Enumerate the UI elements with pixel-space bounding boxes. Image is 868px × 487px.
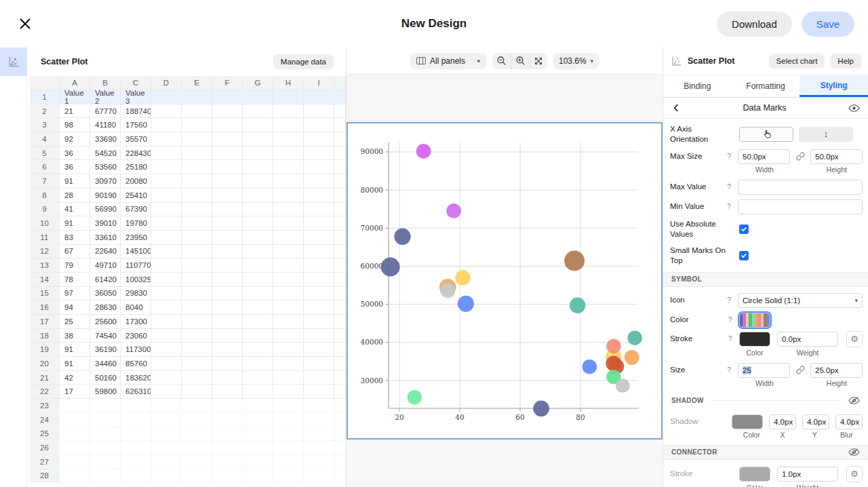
cell[interactable] (273, 216, 304, 231)
cell[interactable] (212, 329, 243, 343)
cell[interactable]: 97 (60, 287, 90, 301)
cell[interactable] (304, 343, 334, 357)
zoom-in-button[interactable] (511, 53, 529, 69)
cell[interactable] (243, 273, 273, 287)
column-header-F[interactable]: F (212, 76, 243, 90)
cell[interactable]: 33610 (90, 231, 121, 245)
cell[interactable] (151, 343, 182, 357)
cell[interactable] (182, 427, 212, 442)
corner-cell[interactable] (30, 76, 60, 90)
cell[interactable] (304, 118, 334, 132)
cell[interactable] (151, 413, 182, 427)
row-header-19[interactable]: 19 (30, 343, 60, 357)
cell[interactable]: 1003250 (121, 273, 151, 287)
cell[interactable] (212, 399, 243, 413)
cell[interactable] (182, 315, 212, 329)
cell[interactable] (151, 147, 182, 161)
scatter-mark[interactable] (408, 390, 422, 404)
cell[interactable] (243, 203, 273, 217)
cell[interactable] (212, 189, 243, 203)
cell[interactable] (304, 258, 334, 273)
stroke-settings-button[interactable]: ⚙ (846, 331, 863, 347)
cell[interactable] (60, 427, 90, 442)
cell[interactable] (182, 273, 212, 287)
cell[interactable] (243, 399, 273, 413)
cell[interactable] (90, 441, 121, 455)
help-icon[interactable]: ? (727, 296, 738, 304)
scatter-mark[interactable] (394, 229, 410, 245)
cell[interactable]: 34460 (90, 357, 121, 371)
cell[interactable] (151, 357, 182, 371)
cell[interactable] (212, 343, 243, 357)
cell[interactable] (151, 231, 182, 245)
cell[interactable] (243, 413, 273, 427)
cell[interactable]: 36 (60, 147, 90, 161)
cell[interactable] (273, 231, 304, 245)
cell[interactable] (182, 189, 212, 203)
cell[interactable]: 98 (60, 118, 90, 132)
cell[interactable] (273, 329, 304, 343)
row-header-20[interactable]: 20 (30, 357, 60, 371)
cell[interactable] (151, 315, 182, 329)
cell[interactable] (243, 455, 273, 469)
cell[interactable] (182, 287, 212, 301)
cell[interactable]: 91 (60, 216, 90, 231)
cell[interactable] (273, 399, 304, 413)
cell[interactable] (273, 469, 304, 484)
cell[interactable] (90, 427, 121, 442)
cell[interactable] (334, 104, 346, 119)
cell[interactable] (334, 343, 346, 357)
cell[interactable] (334, 245, 346, 259)
icon-select[interactable]: Circle Solid (1:1) ▾ (738, 293, 863, 308)
use-absolute-values-checkbox[interactable] (739, 225, 749, 234)
save-button[interactable]: Save (802, 12, 854, 37)
x-orientation-vertical-button[interactable]: ↕ (799, 127, 853, 142)
link-icon[interactable] (790, 366, 810, 374)
cell[interactable] (334, 216, 346, 231)
cell[interactable] (182, 385, 212, 399)
x-orientation-horizontal-button[interactable] (739, 127, 793, 142)
cell[interactable] (243, 245, 273, 259)
row-header-23[interactable]: 23 (30, 399, 60, 413)
cell[interactable] (273, 189, 304, 203)
row-header-3[interactable]: 3 (30, 118, 60, 132)
scatter-mark[interactable] (570, 298, 585, 313)
cell[interactable] (212, 385, 243, 399)
cell[interactable] (304, 160, 334, 174)
size-width-input[interactable]: 25 (738, 363, 790, 378)
cell[interactable] (212, 469, 243, 484)
cell[interactable] (334, 399, 346, 413)
cell[interactable] (212, 455, 243, 469)
cell[interactable] (304, 413, 334, 427)
cell[interactable]: 59800 (90, 385, 121, 399)
cell[interactable] (304, 385, 334, 399)
cell[interactable]: 25180 (121, 160, 151, 174)
max-size-height-input[interactable]: 50.0px (810, 149, 863, 164)
cell[interactable] (304, 189, 334, 203)
zoom-out-button[interactable] (492, 53, 511, 69)
cell[interactable] (151, 216, 182, 231)
cell[interactable] (273, 413, 304, 427)
cell[interactable] (273, 385, 304, 399)
cell[interactable] (304, 147, 334, 161)
cell[interactable] (151, 385, 182, 399)
cell[interactable] (273, 371, 304, 385)
tab-styling[interactable]: Styling (800, 75, 868, 97)
row-header-5[interactable]: 5 (30, 147, 60, 161)
cell[interactable] (334, 413, 346, 427)
shadow-y-input[interactable]: 4.0px (802, 414, 829, 429)
cell[interactable] (273, 357, 304, 371)
cell[interactable]: 28 (60, 189, 90, 203)
cell[interactable] (182, 343, 212, 357)
cell[interactable] (151, 399, 182, 413)
row-header-14[interactable]: 14 (30, 273, 60, 287)
manage-data-button[interactable]: Manage data (273, 54, 334, 69)
download-button[interactable]: Download (717, 12, 792, 37)
scatter-mark[interactable] (583, 359, 597, 374)
cell[interactable]: 30970 (90, 174, 121, 189)
cell[interactable] (121, 427, 151, 442)
shadow-x-input[interactable]: 4.0px (769, 414, 796, 429)
column-header-I[interactable]: I (304, 76, 334, 90)
size-height-input[interactable]: 25.0px (810, 363, 863, 378)
cell[interactable] (182, 118, 212, 132)
